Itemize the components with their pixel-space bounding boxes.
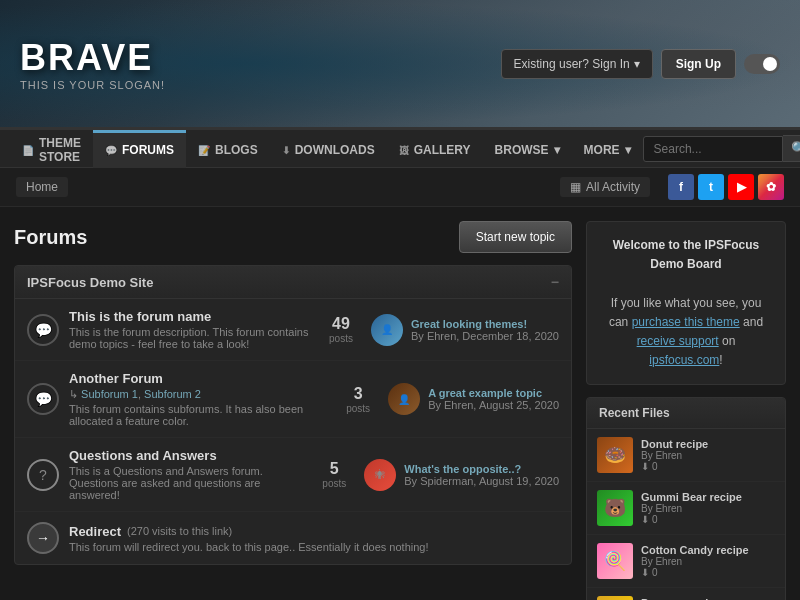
forum-info-1: This is the forum name This is the forum… [69,309,311,350]
instagram-icon[interactable]: ✿ [758,174,784,200]
forum-desc-2: This forum contains subforums. It has al… [69,403,328,427]
forum-last-post-1: 👤 Great looking themes! By Ehren, Decemb… [371,314,559,346]
avatar-img-3: 🕷 [364,459,396,491]
youtube-icon[interactable]: ▶ [728,174,754,200]
forum-group-ipsfocus: IPSFocus Demo Site − 💬 This is the forum… [14,265,572,565]
forum-posts-count-3: 5 [314,460,354,478]
support-on-text: on [722,334,735,348]
site-header: BRAVE THIS IS YOUR SLOGAN! Existing user… [0,0,800,130]
nav-item-gallery[interactable]: 🖼 GALLERY [387,130,483,168]
forum-last-title-3[interactable]: What's the opposite..? [404,463,521,475]
twitter-icon[interactable]: t [698,174,724,200]
forum-subforums-2: ↳ Subforum 1, Subforum 2 [69,388,328,401]
donut-count: ⬇ 0 [641,461,775,472]
nav-label-blogs: BLOGS [215,143,258,157]
forum-group-header: IPSFocus Demo Site − [15,266,571,299]
gummi-author: By Ehren [641,503,775,514]
nav-item-browse[interactable]: BROWSE ▾ [483,130,572,168]
forum-icon-4: → [27,522,59,554]
donut-info: Donut recipe By Ehren ⬇ 0 [641,438,775,472]
recent-file-cotton: 🍭 Cotton Candy recipe By Ehren ⬇ 0 [587,535,785,588]
cotton-author: By Ehren [641,556,775,567]
donut-title[interactable]: Donut recipe [641,438,775,450]
nav-item-more[interactable]: MORE ▾ [572,130,643,168]
forum-posts-2: 3 posts [338,385,378,414]
nav-item-theme-store[interactable]: 📄 THEME STORE [10,130,93,168]
facebook-icon[interactable]: f [668,174,694,200]
gummi-title[interactable]: Gummi Bear recipe [641,491,775,503]
cotton-title[interactable]: Cotton Candy recipe [641,544,775,556]
support-link[interactable]: receive support [637,334,719,348]
forum-last-info-1: Great looking themes! By Ehren, December… [411,318,559,342]
nav-item-blogs[interactable]: 📝 BLOGS [186,130,270,168]
forum-name-2[interactable]: Another Forum [69,371,163,386]
forum-row-1: 💬 This is the forum name This is the for… [15,299,571,361]
sign-in-button[interactable]: Existing user? Sign In [501,49,653,79]
forum-name-4[interactable]: Redirect [69,524,121,539]
forum-info-3: Questions and Answers This is a Question… [69,448,304,501]
forum-row-4: → Redirect (270 visits to this link) Thi… [15,512,571,564]
all-activity-button[interactable]: ▦ All Activity [560,177,650,197]
recent-file-donut: 🍩 Donut recipe By Ehren ⬇ 0 [587,429,785,482]
forum-last-title-1[interactable]: Great looking themes! [411,318,527,330]
breadcrumb-bar: Home ▦ All Activity f t ▶ ✿ [0,168,800,207]
avatar-img-2: 👤 [388,383,420,415]
brand-title: BRAVE [20,37,165,79]
forum-name-3[interactable]: Questions and Answers [69,448,217,463]
forum-last-title-2[interactable]: A great example topic [428,387,542,399]
welcome-box: Welcome to the IPSFocus Demo Board If yo… [586,221,786,385]
forum-desc-1: This is the forum description. This foru… [69,326,311,350]
main-content: Forums Start new topic IPSFocus Demo Sit… [0,207,800,600]
search-input[interactable] [643,136,783,162]
forum-last-post-3: 🕷 What's the opposite..? By Spiderman, A… [364,459,559,491]
forum-name-1[interactable]: This is the forum name [69,309,211,324]
recent-files-header: Recent Files [587,398,785,429]
nav-item-forums[interactable]: 💬 FORUMS [93,130,186,168]
forum-posts-count-2: 3 [338,385,378,403]
forum-posts-label-2: posts [338,403,378,414]
forum-last-post-2: 👤 A great example topic By Ehren, August… [388,383,559,415]
forum-icon-1: 💬 [27,314,59,346]
forum-posts-count-1: 49 [321,315,361,333]
purchase-link[interactable]: purchase this theme [632,315,740,329]
forums-left-column: Forums Start new topic IPSFocus Demo Sit… [14,221,572,600]
site-link[interactable]: ipsfocus.com [649,353,719,367]
search-area: 🔍 [643,135,800,162]
social-icons-bar: f t ▶ ✿ [668,174,784,200]
dark-mode-toggle[interactable] [744,54,780,74]
cotton-count: ⬇ 0 [641,567,775,578]
forum-info-2: Another Forum ↳ Subforum 1, Subforum 2 T… [69,371,328,427]
forum-posts-label-3: posts [314,478,354,489]
search-button[interactable]: 🔍 [783,135,800,162]
forum-last-info-3: What's the opposite..? By Spiderman, Aug… [404,463,559,487]
forum-posts-label-1: posts [321,333,361,344]
forum-row-2: 💬 Another Forum ↳ Subforum 1, Subforum 2… [15,361,571,438]
sidebar: Welcome to the IPSFocus Demo Board If yo… [586,221,786,600]
breadcrumb-home[interactable]: Home [16,177,68,197]
donut-count-icon: ⬇ [641,461,649,472]
forum-last-info-2: A great example topic By Ehren, August 2… [428,387,559,411]
forum-desc-3: This is a Questions and Answers forum. Q… [69,465,304,501]
nav-item-downloads[interactable]: ⬇ DOWNLOADS [270,130,387,168]
activity-label: All Activity [586,180,640,194]
activity-icon: ▦ [570,180,581,194]
forum-last-avatar-3: 🕷 [364,459,396,491]
donut-author: By Ehren [641,450,775,461]
welcome-title: Welcome to the IPSFocus Demo Board [613,238,759,271]
sign-up-button[interactable]: Sign Up [661,49,736,79]
downloads-icon: ⬇ [282,145,290,156]
forum-posts-1: 49 posts [321,315,361,344]
start-topic-button[interactable]: Start new topic [459,221,572,253]
subforum-link-1[interactable]: Subforum 1 [81,388,138,400]
cotton-thumb: 🍭 [597,543,633,579]
subforum-link-2[interactable]: Subforum 2 [144,388,201,400]
nav-label-more: MORE [584,143,620,157]
header-actions: Existing user? Sign In Sign Up [501,49,780,79]
collapse-group-button[interactable]: − [551,274,559,290]
forum-icon-3: ? [27,459,59,491]
forum-info-4: Redirect (270 visits to this link) This … [69,524,559,553]
forum-last-by-1: By Ehren, December 18, 2020 [411,330,559,342]
exclamation: ! [719,353,722,367]
nav-label-downloads: DOWNLOADS [295,143,375,157]
forums-header: Forums Start new topic [14,221,572,253]
